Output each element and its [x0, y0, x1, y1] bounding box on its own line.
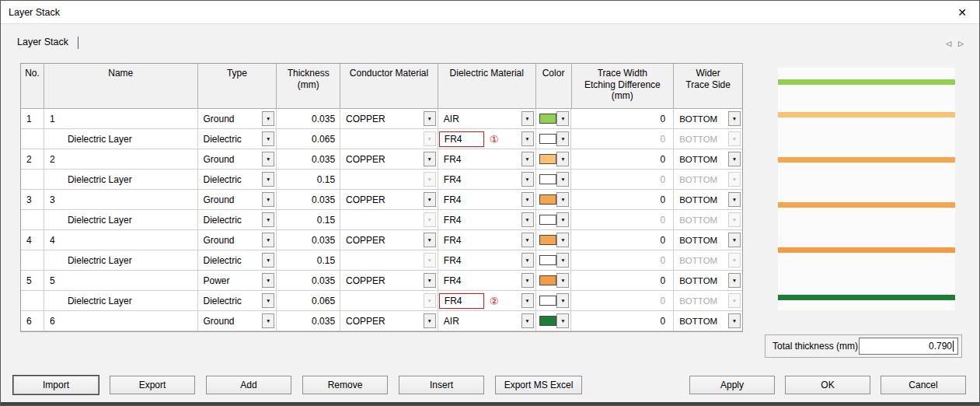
cell-name[interactable]: Dielectric Layer: [44, 170, 198, 190]
chevron-down-icon[interactable]: ▼: [424, 192, 436, 207]
cell-type-combobox[interactable]: Dielectric▼: [198, 170, 277, 190]
cell-type-combobox[interactable]: Power▼: [198, 271, 277, 291]
cell-wider-trace-side-combobox[interactable]: BOTTOM▼: [674, 271, 742, 291]
cell-thickness[interactable]: 0.035: [277, 149, 340, 170]
cell-dielectric-combobox[interactable]: FR4▼: [438, 271, 536, 291]
cell-color-picker[interactable]: ▼: [536, 129, 572, 149]
cell-name[interactable]: 3: [44, 190, 198, 210]
chevron-down-icon[interactable]: ▼: [424, 273, 436, 288]
chevron-down-icon[interactable]: ▼: [556, 172, 569, 187]
chevron-down-icon[interactable]: ▼: [262, 253, 274, 268]
cell-conductor-combobox[interactable]: COPPER▼: [340, 109, 438, 129]
cell-wider-trace-side-combobox[interactable]: BOTTOM▼: [674, 230, 742, 250]
cell-dielectric-combobox[interactable]: AIR▼: [438, 109, 536, 129]
chevron-down-icon[interactable]: ▼: [262, 233, 274, 247]
close-icon[interactable]: ✕: [945, 1, 979, 24]
chevron-down-icon[interactable]: ▼: [521, 172, 534, 187]
cell-thickness[interactable]: 0.065: [277, 129, 340, 149]
cell-conductor-combobox[interactable]: COPPER▼: [340, 149, 438, 170]
cell-etch-difference[interactable]: 0: [571, 311, 674, 331]
cell-name[interactable]: Dielectric Layer: [44, 250, 198, 271]
cell-conductor-combobox[interactable]: COPPER▼: [340, 230, 438, 250]
cell-etch-difference[interactable]: 0: [571, 271, 674, 291]
cell-type-combobox[interactable]: Ground▼: [198, 230, 277, 250]
cell-color-picker[interactable]: ▼: [536, 311, 572, 331]
cell-thickness[interactable]: 0.15: [277, 170, 340, 190]
chevron-down-icon[interactable]: ▼: [262, 273, 274, 288]
chevron-down-icon[interactable]: ▼: [521, 111, 534, 126]
color-swatch[interactable]: [539, 114, 556, 124]
chevron-down-icon[interactable]: ▼: [556, 273, 569, 288]
cell-type-combobox[interactable]: Dielectric▼: [198, 291, 277, 311]
color-swatch[interactable]: [539, 215, 556, 225]
cell-thickness[interactable]: 0.15: [277, 250, 340, 271]
apply-button[interactable]: Apply: [689, 376, 775, 394]
chevron-down-icon[interactable]: ▼: [262, 313, 274, 328]
chevron-down-icon[interactable]: ▼: [521, 313, 534, 328]
chevron-down-icon[interactable]: ▼: [424, 111, 436, 126]
cell-dielectric-combobox[interactable]: FR4▼: [438, 170, 536, 190]
cell-name[interactable]: 2: [44, 149, 198, 170]
cell-etch-difference[interactable]: 0: [571, 170, 674, 190]
cell-color-picker[interactable]: ▼: [536, 149, 572, 170]
color-swatch[interactable]: [539, 296, 556, 306]
chevron-down-icon[interactable]: ▼: [262, 152, 274, 166]
cell-color-picker[interactable]: ▼: [536, 210, 572, 230]
cell-conductor-combobox[interactable]: ▼: [340, 129, 438, 149]
chevron-down-icon[interactable]: ▼: [521, 192, 534, 207]
cell-name[interactable]: Dielectric Layer: [44, 210, 198, 230]
chevron-down-icon[interactable]: ▼: [424, 152, 436, 166]
color-swatch[interactable]: [539, 134, 556, 144]
cell-conductor-combobox[interactable]: ▼: [340, 210, 438, 230]
cell-name[interactable]: 1: [44, 109, 198, 129]
cell-thickness[interactable]: 0.15: [277, 210, 340, 230]
color-swatch[interactable]: [539, 275, 556, 285]
chevron-down-icon[interactable]: ▼: [262, 172, 274, 187]
cell-wider-trace-side-combobox[interactable]: BOTTOM▼: [674, 109, 742, 129]
cell-conductor-combobox[interactable]: COPPER▼: [340, 271, 438, 291]
chevron-down-icon[interactable]: ▼: [521, 212, 534, 227]
cell-type-combobox[interactable]: Ground▼: [198, 149, 277, 170]
cell-dielectric-combobox[interactable]: FR4▼: [438, 190, 536, 210]
chevron-down-icon[interactable]: ▼: [728, 111, 741, 126]
cell-dielectric-combobox[interactable]: FR4▼: [438, 210, 536, 230]
cell-color-picker[interactable]: ▼: [536, 291, 572, 311]
cell-dielectric-combobox[interactable]: FR4②▼: [438, 291, 536, 311]
chevron-down-icon[interactable]: ▼: [262, 212, 274, 227]
cell-etch-difference[interactable]: 0: [571, 230, 674, 250]
remove-button[interactable]: Remove: [302, 376, 388, 394]
cell-wider-trace-side-combobox[interactable]: BOTTOM▼: [674, 190, 742, 210]
cell-dielectric-combobox[interactable]: FR4▼: [438, 149, 536, 170]
chevron-down-icon[interactable]: ▼: [556, 131, 569, 146]
cell-etch-difference[interactable]: 0: [571, 250, 674, 271]
chevron-down-icon[interactable]: ▼: [424, 313, 436, 328]
import-button[interactable]: Import: [13, 376, 99, 394]
cell-etch-difference[interactable]: 0: [571, 109, 674, 129]
cell-name[interactable]: Dielectric Layer: [44, 129, 198, 149]
cell-wider-trace-side-combobox[interactable]: BOTTOM▼: [674, 250, 742, 271]
cell-name[interactable]: 5: [44, 271, 198, 291]
cell-color-picker[interactable]: ▼: [536, 230, 572, 250]
cell-wider-trace-side-combobox[interactable]: BOTTOM▼: [674, 291, 742, 311]
color-swatch[interactable]: [539, 316, 556, 326]
cell-thickness[interactable]: 0.035: [277, 109, 340, 129]
add-button[interactable]: Add: [206, 376, 291, 394]
chevron-down-icon[interactable]: ▼: [262, 131, 274, 146]
cell-wider-trace-side-combobox[interactable]: BOTTOM▼: [674, 311, 742, 331]
total-thickness-input[interactable]: 0.790: [859, 338, 958, 355]
cell-type-combobox[interactable]: Dielectric▼: [198, 129, 277, 149]
cancel-button[interactable]: Cancel: [881, 376, 966, 394]
export-button[interactable]: Export: [110, 376, 195, 394]
cell-thickness[interactable]: 0.035: [277, 311, 340, 331]
color-swatch[interactable]: [539, 154, 556, 164]
chevron-down-icon[interactable]: ▼: [556, 313, 569, 328]
cell-etch-difference[interactable]: 0: [571, 291, 674, 311]
chevron-down-icon[interactable]: ▼: [262, 192, 274, 207]
cell-type-combobox[interactable]: Dielectric▼: [198, 250, 277, 271]
cell-color-picker[interactable]: ▼: [536, 170, 572, 190]
chevron-down-icon[interactable]: ▼: [556, 152, 569, 166]
cell-name[interactable]: Dielectric Layer: [44, 291, 198, 311]
cell-wider-trace-side-combobox[interactable]: BOTTOM▼: [674, 210, 742, 230]
chevron-down-icon[interactable]: ▼: [262, 111, 274, 126]
cell-type-combobox[interactable]: Ground▼: [198, 109, 277, 129]
